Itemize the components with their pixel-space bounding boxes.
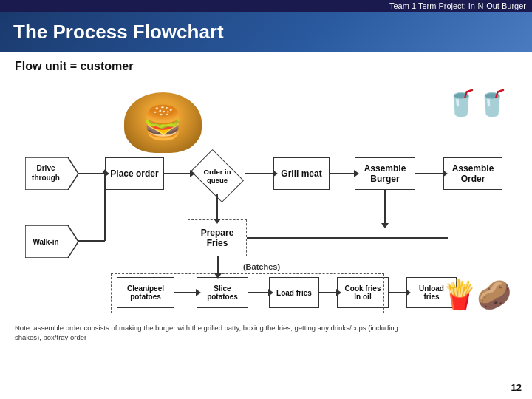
fries-image: 🍟🥔 [436,270,517,320]
flow-unit-label: Flow unit = customer [15,60,517,73]
burger-image: 🍔 [124,92,202,153]
header-title: Team 1 Term Project: In-N-Out Burger [389,1,526,10]
slide-title: The Process Flowchart [13,21,519,44]
arrow-cp-to-sp [174,292,197,293]
svg-text:Walk-in: Walk-in [33,238,58,246]
header-bar: Team 1 Term Project: In-N-Out Burger [0,0,532,12]
arrow-sp-to-lf [248,292,269,293]
main-content: Flow unit = customer 🍔 🥤🥤 🍟🥔 Drive throu… [0,52,532,350]
cups-image: 🥤🥤 [436,78,517,128]
arrow-queue-down [216,194,218,219]
arrow-ab-down [384,190,386,224]
arrow-lf-to-cf [319,292,337,293]
arrow-pf-down [217,256,219,274]
page-number: 12 [511,382,522,393]
arrow-queue-to-grill [245,173,273,174]
note-text: Note: assemble order consists of making … [15,323,414,343]
assemble-order-node: Assemble Order [443,157,502,190]
batches-container [111,273,384,313]
arrow-place-to-queue [164,173,191,174]
arrow-pf-to-ao-h [247,237,448,239]
arrow-grill-to-assemble-burger [330,173,355,174]
grill-meat-node: Grill meat [273,157,330,190]
svg-text:through: through [32,174,60,182]
order-in-queue-node: Order in queue [189,157,245,194]
svg-text:Drive: Drive [36,164,55,172]
arrow-cf-to-uf [389,292,406,293]
arrow-pf-to-ao-v [446,174,448,239]
arrow-wi-v [104,174,106,241]
arrow-wi-h [78,240,105,242]
arrow-ab-to-ao [415,173,443,174]
batches-label: (Batches) [188,262,335,271]
drive-through-node: Drive through [25,157,78,190]
walk-in-node: Walk-in [25,225,78,258]
place-order-node: Place order [105,157,164,190]
prepare-fries-node: Prepare Fries [188,219,247,256]
assemble-burger-node: Assemble Burger [355,157,415,190]
title-section: The Process Flowchart [0,12,532,52]
